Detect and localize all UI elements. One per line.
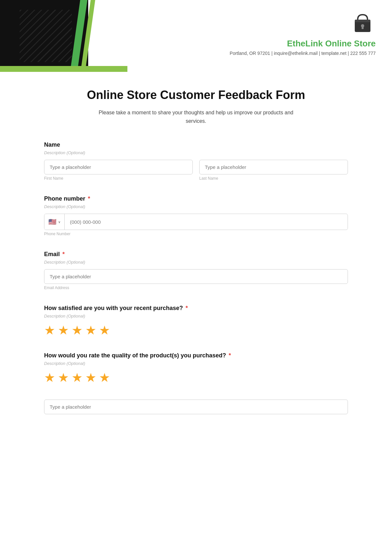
- satisfaction-description: Description (Optional): [44, 314, 348, 319]
- flag-icon: 🇺🇸: [48, 218, 57, 226]
- header-diagonal-lines: [20, 10, 72, 62]
- email-description: Description (Optional): [44, 260, 348, 265]
- quality-label: How would you rate the quality of the pr…: [44, 352, 348, 359]
- satisfaction-stars[interactable]: ★ ★ ★ ★ ★: [44, 323, 348, 337]
- star-3[interactable]: ★: [72, 323, 83, 337]
- phone-section: Phone number * Description (Optional) 🇺🇸…: [44, 195, 348, 236]
- phone-description: Description (Optional): [44, 204, 348, 209]
- first-name-input[interactable]: [44, 160, 193, 174]
- phone-field-wrapper: 🇺🇸 ∨: [44, 214, 348, 230]
- header-brand: EtheLink Online Store Portland, OR 97201…: [124, 0, 392, 56]
- chevron-down-icon: ∨: [58, 220, 60, 224]
- satisfaction-section: How satisfied are you with your recent p…: [44, 305, 348, 337]
- name-section: Name Description (Optional) First Name L…: [44, 141, 348, 181]
- quality-required-marker: *: [227, 352, 231, 359]
- phone-number-input[interactable]: [65, 215, 348, 229]
- last-name-col: Last Name: [199, 160, 348, 181]
- quality-star-4[interactable]: ★: [85, 370, 96, 385]
- quality-description: Description (Optional): [44, 361, 348, 366]
- first-name-col: First Name: [44, 160, 193, 181]
- brand-name: EtheLink Online Store: [287, 39, 376, 49]
- satisfaction-label: How satisfied are you with your recent p…: [44, 305, 348, 312]
- quality-section: How would you rate the quality of the pr…: [44, 352, 348, 385]
- quality-stars[interactable]: ★ ★ ★ ★ ★: [44, 370, 348, 385]
- last-name-sublabel: Last Name: [199, 176, 348, 181]
- main-content: Online Store Customer Feedback Form Plea…: [0, 72, 392, 449]
- phone-sublabel: Phone Number: [44, 232, 348, 236]
- star-4[interactable]: ★: [85, 323, 96, 337]
- header-stripe-bottom: [0, 66, 127, 72]
- quality-star-2[interactable]: ★: [58, 370, 69, 385]
- star-1[interactable]: ★: [44, 323, 55, 337]
- phone-label: Phone number *: [44, 195, 348, 202]
- email-input[interactable]: [44, 269, 348, 284]
- header-graphic: [0, 0, 124, 72]
- quality-star-3[interactable]: ★: [72, 370, 83, 385]
- page-header: EtheLink Online Store Portland, OR 97201…: [0, 0, 392, 72]
- satisfaction-required-marker: *: [184, 305, 188, 311]
- email-section: Email * Description (Optional) Email Add…: [44, 251, 348, 290]
- name-description: Description (Optional): [44, 150, 348, 155]
- form-subtitle: Please take a moment to share your thoug…: [90, 108, 302, 125]
- phone-required-marker: *: [86, 195, 90, 202]
- svg-rect-1: [355, 20, 370, 22]
- last-name-input[interactable]: [199, 160, 348, 174]
- placeholder-section: [44, 400, 348, 414]
- quality-star-5[interactable]: ★: [99, 370, 110, 385]
- placeholder-input[interactable]: [44, 400, 348, 414]
- quality-star-1[interactable]: ★: [44, 370, 55, 385]
- name-label: Name: [44, 141, 348, 148]
- phone-country-selector[interactable]: 🇺🇸 ∨: [44, 214, 65, 230]
- star-5[interactable]: ★: [99, 323, 110, 337]
- brand-contact: Portland, OR 97201 | inquire@ethelink.ma…: [230, 51, 376, 56]
- form-title: Online Store Customer Feedback Form: [44, 88, 348, 102]
- email-label: Email *: [44, 251, 348, 258]
- star-2[interactable]: ★: [58, 323, 69, 337]
- svg-rect-3: [362, 27, 364, 29]
- email-required-marker: *: [61, 251, 65, 257]
- brand-logo-icon: [350, 10, 376, 36]
- name-field-row: First Name Last Name: [44, 160, 348, 181]
- email-sublabel: Email Address: [44, 286, 348, 290]
- first-name-sublabel: First Name: [44, 176, 193, 181]
